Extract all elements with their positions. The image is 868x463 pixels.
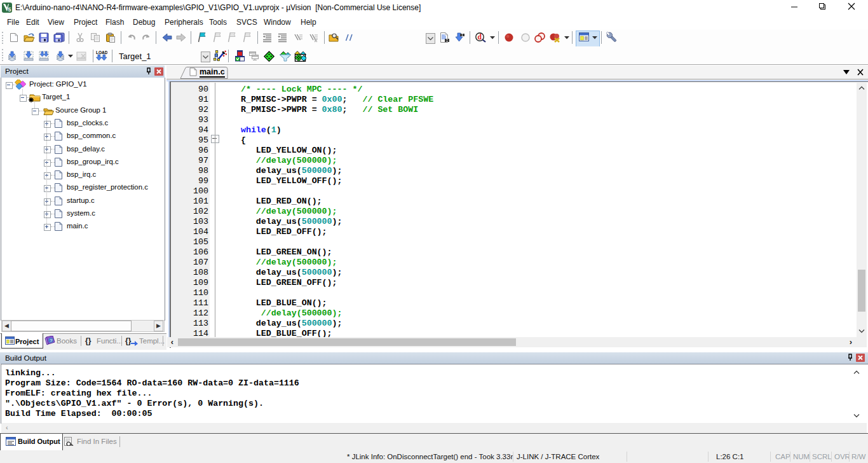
svg-text:d: d (478, 33, 482, 41)
svg-text:5: 5 (8, 6, 11, 13)
svg-text:?: ? (50, 338, 53, 343)
svg-text:LOAD: LOAD (96, 50, 107, 55)
